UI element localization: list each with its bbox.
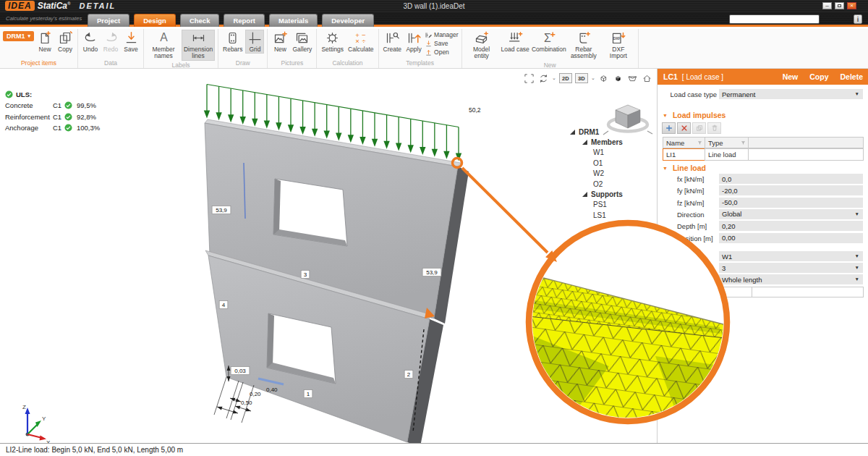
assign-position-row: Whole length▼ xyxy=(658,274,868,285)
ribbon-button-copy[interactable]: Copy xyxy=(56,30,75,54)
ribbon-button-settings[interactable]: Settings xyxy=(320,30,345,54)
ribbon-group-label: Project items xyxy=(3,59,75,68)
ribbon-button-apply[interactable]: Apply xyxy=(404,30,423,54)
ribbon-button-manager[interactable]: Manager xyxy=(425,31,459,39)
value-input-2[interactable] xyxy=(752,287,864,297)
solid-view-icon[interactable] xyxy=(613,72,624,84)
view-2d-button[interactable]: 2D xyxy=(559,73,572,83)
column-header-type[interactable]: Type xyxy=(705,137,749,148)
ribbon-button-save[interactable]: Save xyxy=(122,30,140,54)
viewport-toolbar: ⌄ 2D 3D ⌄ xyxy=(523,72,653,84)
line-load-section[interactable]: ▼ Line load xyxy=(663,164,706,172)
chevron-down-icon[interactable]: ⌄ xyxy=(591,75,595,81)
ribbon-button-save[interactable]: Save xyxy=(425,40,459,48)
tree-item-o2[interactable]: O2 xyxy=(561,179,654,189)
field-value-direction[interactable]: Global▼ xyxy=(719,209,863,219)
tree-item-o1[interactable]: O1 xyxy=(561,158,654,168)
model-tree: DRM1MembersW1O1W2O2SupportsPS1LS1 xyxy=(561,127,654,221)
tab-project[interactable]: Project xyxy=(88,14,129,27)
filter-icon[interactable] xyxy=(741,140,746,145)
column-header-name[interactable]: Name xyxy=(663,137,705,148)
ribbon-button-open[interactable]: Open xyxy=(425,48,459,56)
field-value-fz-kn-m-[interactable]: -50,0 xyxy=(719,198,863,208)
tree-item-ls1[interactable]: LS1 xyxy=(561,210,654,220)
ribbon-button-undo[interactable]: Undo xyxy=(81,30,100,54)
viewport-3d[interactable]: 50,253,9353,94210,030,200,400,50 Z Y X U… xyxy=(0,69,657,443)
tab-developer[interactable]: Developer xyxy=(322,14,374,27)
ribbon-button-load-case[interactable]: Load case xyxy=(500,30,531,54)
impulse-row-name[interactable]: LI1 xyxy=(663,148,705,161)
position-select[interactable]: Whole length▼ xyxy=(719,274,863,284)
wireframe-icon[interactable] xyxy=(598,72,610,84)
field-value-fy-kn-m-[interactable]: -20,0 xyxy=(719,185,863,195)
value-input[interactable] xyxy=(720,287,752,297)
impulse-delete-button[interactable] xyxy=(707,122,721,134)
result-row-anchorage: AnchorageC1100,3% xyxy=(5,124,100,132)
impulse-duplicate-button[interactable] xyxy=(692,122,706,134)
impulse-add-button[interactable] xyxy=(662,122,676,134)
chevron-down-icon[interactable]: ⌄ xyxy=(552,75,556,81)
search-input[interactable] xyxy=(730,15,819,23)
tab-report[interactable]: Report xyxy=(224,14,265,27)
minimize-button[interactable]: – xyxy=(822,2,832,9)
info-button[interactable]: i xyxy=(854,14,862,24)
ribbon-button-member-names[interactable]: AMember names xyxy=(147,30,180,61)
ribbon-button-create[interactable]: Create xyxy=(382,30,404,54)
home-view-icon[interactable] xyxy=(642,72,653,84)
ribbon-button-dimension-lines[interactable]: Dimension lines xyxy=(182,30,215,61)
edge-select[interactable]: 3▼ xyxy=(719,263,863,273)
tree-item-members[interactable]: Members xyxy=(561,137,654,147)
expander-icon[interactable] xyxy=(582,140,587,145)
tree-item-drm1[interactable]: DRM1 xyxy=(561,127,654,137)
tab-check[interactable]: Check xyxy=(180,14,220,27)
chevron-down-icon: ▼ xyxy=(855,253,859,258)
idea-logo: IDEA xyxy=(5,1,35,11)
ribbon-button-gallery[interactable]: Gallery xyxy=(291,30,313,54)
impulse-row-type[interactable]: Line load xyxy=(705,148,749,161)
filter-icon[interactable] xyxy=(697,140,702,145)
ribbon-button-calculate[interactable]: +−×÷Calculate xyxy=(346,30,375,54)
member-select[interactable]: W1▼ xyxy=(719,251,863,261)
collapse-icon: ▼ xyxy=(663,113,668,118)
ribbon-button-combination[interactable]: ΣCombination xyxy=(532,30,566,54)
close-button[interactable]: × xyxy=(847,2,856,9)
panel-action-new[interactable]: New xyxy=(783,72,799,81)
field-value-fx-kn-m-[interactable]: 0,0 xyxy=(719,174,863,184)
maximize-button[interactable] xyxy=(835,2,844,9)
expander-icon[interactable] xyxy=(582,192,587,197)
tree-item-ps1[interactable]: PS1 xyxy=(561,200,654,210)
ribbon-group-label: Templates xyxy=(382,59,459,68)
ribbon-button-new[interactable]: New xyxy=(271,30,289,54)
orbit-icon[interactable] xyxy=(537,72,549,84)
impulse-remove-button[interactable] xyxy=(677,122,691,134)
tab-materials[interactable]: Materials xyxy=(269,14,318,27)
ribbon-button-new[interactable]: New xyxy=(35,30,54,54)
search-box[interactable] xyxy=(729,14,820,24)
view-3d-button[interactable]: 3D xyxy=(575,73,588,83)
ribbon-button-rebar-assembly[interactable]: Rebar assembly xyxy=(567,30,600,61)
tree-item-supports[interactable]: Supports xyxy=(561,189,654,199)
section-view-icon[interactable] xyxy=(627,72,639,84)
fit-view-icon[interactable] xyxy=(523,72,535,84)
ribbon-button-dxf-import[interactable]: DXFDXF Import xyxy=(602,30,635,61)
load-impulses-section[interactable]: ▼ Load impulses xyxy=(663,111,726,119)
column-header-blank xyxy=(748,137,864,148)
svg-text:÷: ÷ xyxy=(362,37,366,45)
field-value-position-m-[interactable]: 0,00 xyxy=(719,233,863,243)
ribbon-button-rebars[interactable]: Rebars xyxy=(221,30,244,54)
ribbon-button-model-entity[interactable]: Model entity xyxy=(465,30,498,61)
panel-action-delete[interactable]: Delete xyxy=(840,72,863,81)
calc-icon: +−×÷ xyxy=(353,30,368,46)
window-title: 3D wall (1).ideaDet xyxy=(289,2,579,10)
project-item-combo[interactable]: DRM1▾ xyxy=(3,31,34,41)
load-case-type-select[interactable]: Permanent▼ xyxy=(719,89,863,99)
remove-icon xyxy=(681,124,688,132)
ribbon-button-grid[interactable]: Grid xyxy=(245,30,264,54)
tree-item-w1[interactable]: W1 xyxy=(561,148,654,158)
field-value-depth-m-[interactable]: 0,20 xyxy=(719,221,863,231)
expander-icon[interactable] xyxy=(570,130,575,135)
ribbon-button-redo[interactable]: Redo xyxy=(101,30,120,54)
panel-action-copy[interactable]: Copy xyxy=(809,72,828,81)
tab-design[interactable]: Design xyxy=(134,14,176,27)
tree-item-w2[interactable]: W2 xyxy=(561,169,654,179)
